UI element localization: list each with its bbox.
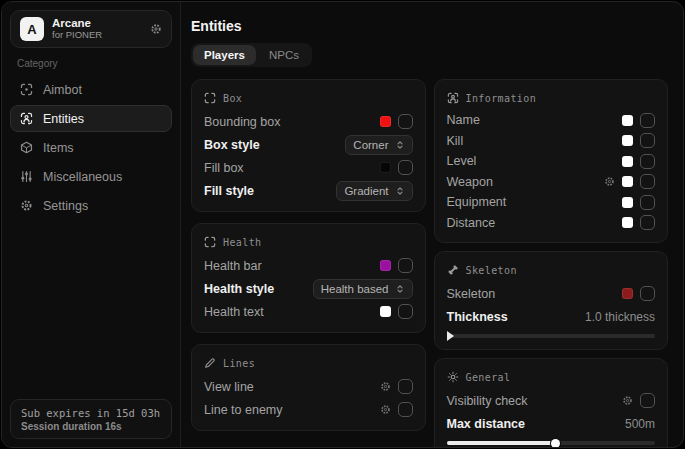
main-panel: Entities Players NPCs Box Bounding box <box>181 2 683 447</box>
gear-icon[interactable] <box>380 381 391 392</box>
setting-row: Visibility check <box>447 389 656 412</box>
setting-label: Box style <box>204 138 260 152</box>
slider-track[interactable] <box>447 334 656 338</box>
person-scan-icon <box>20 112 33 125</box>
bone-icon <box>447 264 459 276</box>
setting-label: Visibility check <box>447 394 528 408</box>
checkbox[interactable] <box>640 113 655 128</box>
crosshair-scan-icon <box>20 83 33 96</box>
setting-label: Health style <box>204 282 274 296</box>
sidebar-nav: Aimbot Entities Items Miscellaneous <box>10 76 172 219</box>
section-title: Lines <box>223 358 255 369</box>
color-swatch[interactable] <box>622 197 633 208</box>
gear-icon[interactable] <box>150 23 162 35</box>
checkbox[interactable] <box>398 379 413 394</box>
setting-label: View line <box>204 380 254 394</box>
slider-fill <box>447 441 555 445</box>
setting-label: Fill style <box>204 184 254 198</box>
setting-row: Weapon <box>447 172 656 193</box>
setting-label: Weapon <box>447 175 493 189</box>
dropdown-value: Health based <box>321 283 389 295</box>
setting-row: Kill <box>447 131 656 152</box>
subscription-expiry: Sub expires in 15d 03h <box>21 407 161 419</box>
sidebar-item-label: Miscellaneous <box>43 170 122 184</box>
color-swatch[interactable] <box>380 306 391 317</box>
checkbox[interactable] <box>398 402 413 417</box>
tab-players[interactable]: Players <box>193 45 256 65</box>
setting-label: Kill <box>447 134 464 148</box>
unfold-icon <box>395 140 405 150</box>
color-swatch[interactable] <box>622 115 633 126</box>
color-swatch[interactable] <box>380 260 391 271</box>
color-swatch[interactable] <box>380 116 391 127</box>
color-swatch[interactable] <box>622 288 633 299</box>
setting-row: Line to enemy <box>204 398 413 421</box>
sidebar-item-aimbot[interactable]: Aimbot <box>10 76 172 103</box>
setting-label: Max distance <box>447 417 526 431</box>
color-swatch[interactable] <box>622 135 633 146</box>
section-skeleton: Skeleton Skeleton Thickness 1.0 thicknes… <box>434 251 669 350</box>
sidebar-item-items[interactable]: Items <box>10 134 172 161</box>
box-style-dropdown[interactable]: Corner <box>345 135 412 155</box>
tab-npcs[interactable]: NPCs <box>258 45 310 65</box>
app-logo: A <box>20 17 44 41</box>
sidebar-item-settings[interactable]: Settings <box>10 192 172 219</box>
checkbox[interactable] <box>398 258 413 273</box>
setting-label: Distance <box>447 216 496 230</box>
checkbox[interactable] <box>398 160 413 175</box>
setting-row: Bounding box <box>204 110 413 133</box>
section-title: Information <box>466 93 537 104</box>
person-scan-icon <box>447 92 459 104</box>
max-distance-slider[interactable] <box>447 437 656 447</box>
checkbox[interactable] <box>640 133 655 148</box>
package-icon <box>20 141 33 154</box>
fill-style-dropdown[interactable]: Gradient <box>336 181 412 201</box>
health-style-dropdown[interactable]: Health based <box>313 279 413 299</box>
setting-row: Distance <box>447 213 656 234</box>
sidebar-item-label: Entities <box>43 112 84 126</box>
pencil-line-icon <box>204 357 216 369</box>
checkbox[interactable] <box>640 393 655 408</box>
sidebar-item-entities[interactable]: Entities <box>10 105 172 132</box>
dropdown-value: Corner <box>353 139 388 151</box>
tab-bar: Players NPCs <box>191 43 312 67</box>
checkbox[interactable] <box>640 154 655 169</box>
checkbox[interactable] <box>640 286 655 301</box>
setting-label: Health text <box>204 305 264 319</box>
section-title: Health <box>223 237 262 248</box>
checkbox[interactable] <box>398 114 413 129</box>
thickness-slider[interactable] <box>447 330 656 340</box>
setting-label: Fill box <box>204 161 244 175</box>
gear-icon[interactable] <box>604 176 615 187</box>
sun-icon <box>447 371 459 383</box>
gear-icon[interactable] <box>380 404 391 415</box>
setting-row: Name <box>447 110 656 131</box>
setting-row: Skeleton <box>447 282 656 305</box>
sidebar-item-label: Items <box>43 141 74 155</box>
setting-label: Bounding box <box>204 115 280 129</box>
section-title: Skeleton <box>466 265 517 276</box>
section-title: Box <box>223 93 242 104</box>
section-information: Information Name Kill <box>434 79 669 243</box>
gear-icon <box>20 199 33 212</box>
setting-row: Health bar <box>204 254 413 277</box>
max-distance-value: 500m <box>625 417 655 431</box>
dropdown-value: Gradient <box>344 185 388 197</box>
setting-row: Health style Health based <box>204 277 413 300</box>
setting-row: Fill style Gradient <box>204 179 413 202</box>
color-swatch[interactable] <box>622 156 633 167</box>
sidebar-item-miscellaneous[interactable]: Miscellaneous <box>10 163 172 190</box>
checkbox[interactable] <box>640 174 655 189</box>
checkbox[interactable] <box>640 195 655 210</box>
color-swatch[interactable] <box>380 162 391 173</box>
color-swatch[interactable] <box>622 176 633 187</box>
setting-label: Line to enemy <box>204 403 283 417</box>
checkbox[interactable] <box>640 215 655 230</box>
gear-icon[interactable] <box>622 395 633 406</box>
color-swatch[interactable] <box>622 217 633 228</box>
checkbox[interactable] <box>398 304 413 319</box>
slider-handle[interactable] <box>447 331 454 341</box>
section-health: Health Health bar Health style Health ba… <box>191 223 426 333</box>
settings-grid: Box Bounding box Box style Corner <box>191 79 668 447</box>
slider-handle[interactable] <box>551 439 560 448</box>
